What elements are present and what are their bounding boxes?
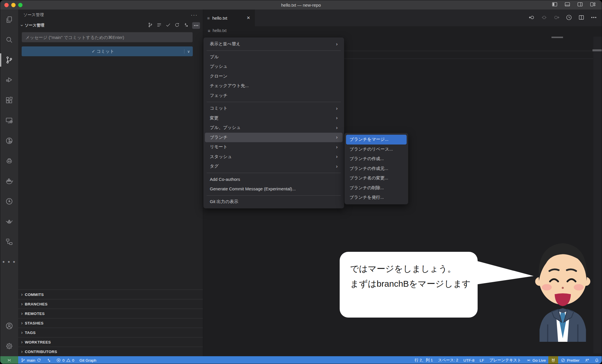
breadcrumb[interactable]: ≡ hello.txt [203, 26, 602, 35]
branch-submenu: ブランチをマージ... ブランチのリベース... ブランチの作成... ブランチ… [344, 133, 408, 204]
menu-item-push[interactable]: プッシュ [205, 62, 343, 72]
remote-explorer-icon[interactable] [0, 110, 18, 131]
toggle-primary-sidebar-icon[interactable] [551, 1, 558, 9]
sidebar-sections: ›COMMITS ›BRANCHES ›REMOTES ›STASHES ›TA… [18, 290, 203, 356]
commit-graph-icon[interactable] [183, 22, 189, 29]
indentation-status[interactable]: スペース: 2 [435, 356, 461, 364]
sidebar-more-actions-icon[interactable]: ··· [191, 12, 198, 18]
extensions-icon[interactable] [0, 90, 18, 110]
settings-gear-icon[interactable] [0, 336, 18, 356]
speech-bubble-tail [471, 256, 537, 288]
customize-layout-icon[interactable] [590, 1, 596, 9]
editor-more-actions-icon[interactable] [590, 14, 597, 22]
section-remotes[interactable]: ›REMOTES [18, 309, 203, 318]
menu-item-clone[interactable]: クローン [205, 72, 343, 81]
chevron-down-icon: › [19, 25, 25, 26]
scrollbar-slider[interactable] [592, 49, 602, 51]
source-control-sidebar: ソース管理 ··· › ソース管理 ✓ コミット ∨ [18, 10, 203, 356]
source-control-section-header[interactable]: › ソース管理 [18, 20, 203, 30]
section-branches[interactable]: ›BRANCHES [18, 299, 203, 309]
go-live-button[interactable]: Go Live [524, 356, 549, 364]
menu-item-changes[interactable]: 変更› [205, 113, 343, 123]
file-icon: ≡ [207, 16, 210, 20]
menu-item-fetch[interactable]: フェッチ [205, 91, 343, 101]
section-contributors[interactable]: ›CONTRIBUTORS [18, 347, 203, 356]
submenu-item-rebase-branch[interactable]: ブランチのリベース... [346, 145, 407, 154]
menu-item-pull[interactable]: プル [205, 52, 343, 62]
toggle-panel-icon[interactable] [564, 1, 571, 9]
menu-item-show-git-output[interactable]: Git 出力の表示 [205, 197, 343, 207]
view-as-graph-icon[interactable] [147, 22, 153, 29]
submenu-item-create-branch[interactable]: ブランチの作成... [346, 154, 407, 164]
tab-close-icon[interactable]: ✕ [246, 15, 250, 20]
menu-item-stash[interactable]: スタッシュ› [205, 152, 343, 162]
explorer-icon[interactable] [0, 10, 18, 30]
source-control-more-actions-icon[interactable] [192, 22, 200, 29]
commit-message-input[interactable] [22, 32, 193, 42]
search-icon[interactable] [0, 30, 18, 50]
submenu-item-rename-branch[interactable]: ブランチ名の変更... [346, 173, 407, 183]
run-debug-icon[interactable] [0, 70, 18, 90]
source-control-icon[interactable] [0, 50, 18, 70]
refresh-icon[interactable] [174, 22, 180, 29]
pet-badge[interactable] [548, 356, 558, 364]
sidebar-panel-title: ソース管理 [23, 12, 44, 18]
menu-item-commit[interactable]: コミット› [205, 104, 343, 113]
menu-item-pull-push[interactable]: プル、プッシュ› [205, 123, 343, 133]
next-change-icon[interactable] [553, 14, 560, 22]
git-graph-status[interactable]: Git Graph [77, 356, 99, 364]
prev-change-icon[interactable] [541, 14, 547, 22]
feedback-icon[interactable] [582, 356, 592, 364]
prettier-status[interactable]: Prettier [558, 356, 582, 364]
menu-item-branch[interactable]: ブランチ› [205, 133, 343, 142]
accounts-icon[interactable] [0, 316, 18, 336]
notifications-bell-icon[interactable] [592, 356, 602, 364]
language-mode-status[interactable]: プレーンテキスト [487, 356, 524, 364]
cursor-position-status[interactable]: 行 2、列 1 [412, 356, 435, 364]
zoom-window-button[interactable] [18, 3, 23, 7]
split-editor-icon[interactable] [578, 14, 585, 22]
menu-item-checkout[interactable]: チェックアウト先... [205, 81, 343, 91]
timeline-icon[interactable] [566, 14, 572, 22]
submenu-item-create-branch-from[interactable]: ブランチの作成元... [346, 164, 407, 174]
section-worktrees[interactable]: ›WORKTREES [18, 337, 203, 347]
eol-status[interactable]: LF [477, 356, 487, 364]
activity-bar: • • • [0, 10, 18, 356]
git-graph-view-icon[interactable] [0, 131, 18, 151]
commit-check-icon[interactable] [165, 22, 171, 29]
commit-dropdown-button[interactable]: ∨ [184, 49, 193, 54]
genie-lamp-icon[interactable] [0, 211, 18, 232]
go-back-icon[interactable] [528, 14, 535, 22]
remote-indicator[interactable] [0, 356, 18, 364]
tab-bar: ≡ hello.txt ✕ [203, 10, 602, 26]
section-stashes[interactable]: ›STASHES [18, 318, 203, 328]
flowchart-icon[interactable] [0, 232, 18, 252]
docker-icon[interactable] [0, 171, 18, 191]
branch-status[interactable]: main [18, 356, 44, 364]
submenu-item-publish-branch[interactable]: ブランチを発行... [346, 193, 407, 202]
view-as-list-icon[interactable] [156, 22, 162, 29]
menu-separator [207, 195, 341, 196]
problems-status[interactable]: 0 0 [54, 356, 77, 364]
menu-item-generate-commit-message[interactable]: Generate Commit Message (Experimental)..… [205, 184, 343, 194]
commit-graph-status-icon[interactable] [44, 356, 54, 364]
encoding-status[interactable]: UTF-8 [461, 356, 477, 364]
menu-item-tags[interactable]: タグ› [205, 162, 343, 171]
toggle-secondary-sidebar-icon[interactable] [577, 1, 583, 9]
check-icon: ✓ [91, 49, 95, 54]
section-tags[interactable]: ›TAGS [18, 328, 203, 337]
section-commits[interactable]: ›COMMITS [18, 290, 203, 299]
menu-item-view-sort[interactable]: 表示と並べ替え› [205, 39, 343, 49]
minimize-window-button[interactable] [11, 3, 16, 7]
submenu-item-delete-branch[interactable]: ブランチの削除... [346, 183, 407, 193]
commit-button[interactable]: ✓ コミット ∨ [22, 46, 193, 56]
git-history-icon[interactable] [0, 191, 18, 211]
submenu-item-merge-branch[interactable]: ブランチをマージ... [346, 135, 407, 145]
more-views-icon[interactable]: • • • [0, 252, 18, 272]
minimap[interactable] [593, 37, 602, 353]
close-window-button[interactable] [4, 3, 9, 7]
menu-item-remote[interactable]: リモート› [205, 142, 343, 152]
tab-hello-txt[interactable]: ≡ hello.txt ✕ [203, 10, 255, 26]
menu-item-add-coauthors[interactable]: Add Co-authors [205, 175, 343, 184]
chat-bot-icon[interactable] [0, 151, 18, 171]
